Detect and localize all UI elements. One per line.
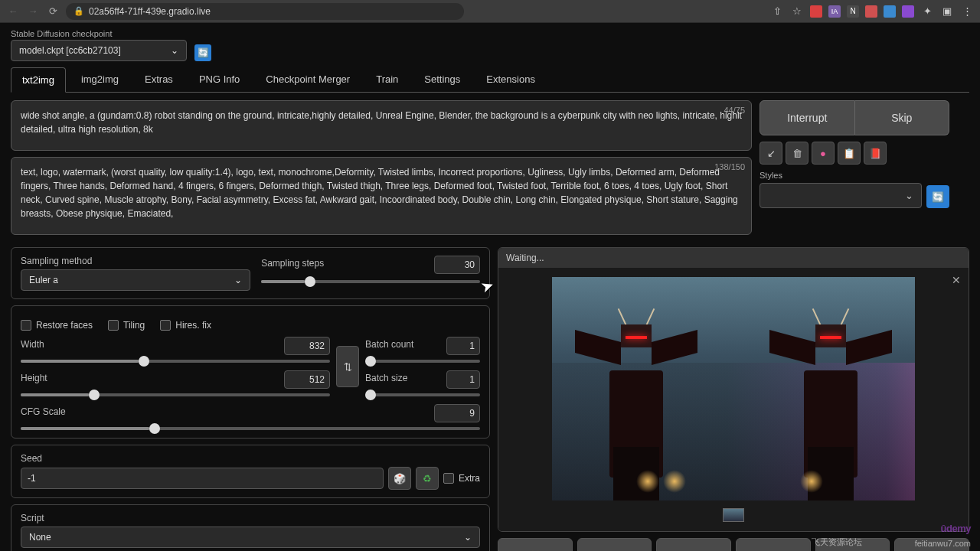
star-icon[interactable]: ☆ [790,5,804,18]
seed-label: Seed [21,453,480,464]
chevron-down-icon: ⌄ [171,45,178,56]
batch-size-slider[interactable] [365,393,480,396]
interrupt-button[interactable]: Interrupt [760,100,855,135]
cfg-label: CFG Scale [21,406,66,417]
extensions-icon[interactable]: ✦ [920,5,934,18]
menu-icon[interactable]: ⋮ [960,5,974,18]
prompt-token-count: 44/75 [724,104,745,117]
checkpoint-value: model.ckpt [cc6cb27103] [19,45,121,56]
open-folder-button[interactable]: 📁 [498,538,573,551]
width-label: Width [21,339,44,350]
batch-size-input[interactable] [446,370,480,389]
share-icon[interactable]: ⇧ [770,5,784,18]
extension-icon[interactable]: N [847,5,859,18]
output-panel: Waiting... ✕ [498,247,969,532]
style-apply-button[interactable]: ● [812,142,835,165]
tab-extensions[interactable]: Extensions [475,67,546,92]
tab-img2img[interactable]: img2img [70,67,129,92]
tab-pnginfo[interactable]: PNG Info [188,67,250,92]
width-input[interactable] [284,337,330,355]
checkpoint-label: Stable Diffusion checkpoint [11,29,187,38]
cfg-slider[interactable] [21,427,480,430]
prompt-text: wide shot angle, a (gundam:0.8) robot st… [21,110,742,135]
restore-faces-checkbox[interactable]: Restore faces [21,320,93,331]
send-extras-button[interactable]: Send to extras [894,538,969,551]
height-slider[interactable] [21,393,330,396]
main-tabs: txt2img img2img Extras PNG Info Checkpoi… [11,67,969,93]
output-image[interactable] [552,277,915,500]
negative-prompt-textarea[interactable]: 138/150 text, logo, watermark, (worst qu… [11,157,752,235]
tabs-icon[interactable]: ▣ [940,5,954,18]
extension-icon[interactable] [865,5,877,18]
extension-icon[interactable] [810,5,822,18]
negative-token-count: 138/150 [714,161,745,174]
tab-checkpoint-merger[interactable]: Checkpoint Merger [255,67,361,92]
sampling-steps-label: Sampling steps [261,258,324,269]
style-save-button[interactable]: 📕 [864,142,887,165]
tab-train[interactable]: Train [365,67,409,92]
seed-extra-checkbox[interactable]: Extra [443,473,480,484]
output-status: Waiting... [498,248,969,268]
arrow-button[interactable]: ↙ [760,142,782,165]
cfg-input[interactable] [434,404,480,422]
seed-reuse-button[interactable]: ♻ [416,467,439,490]
prompt-textarea[interactable]: 44/75 wide shot angle, a (gundam:0.8) ro… [11,100,752,151]
back-icon[interactable]: ← [6,5,20,18]
swap-dimensions-button[interactable]: ⇅ [336,346,359,387]
send-inpaint-button[interactable]: Send to inpaint [815,538,890,551]
browser-toolbar: ← → ⟳ 🔒 02a56ff4-71ff-439e.gradio.live ⇧… [0,0,980,23]
sampling-method-dropdown[interactable]: Euler a ⌄ [21,269,250,291]
clipboard-button[interactable]: 📋 [838,142,861,165]
output-thumbnail[interactable] [723,508,744,522]
chevron-down-icon: ⌄ [464,532,472,543]
url-bar[interactable]: 🔒 02a56ff4-71ff-439e.gradio.live [66,3,464,20]
extension-icon[interactable] [884,5,896,18]
zip-button[interactable]: Zip [656,538,731,551]
hires-fix-checkbox[interactable]: Hires. fix [160,320,211,331]
extension-icon[interactable] [902,5,914,18]
styles-dropdown[interactable]: ⌄ [760,183,922,208]
send-img2img-button[interactable]: Send to img2img [736,538,811,551]
script-dropdown[interactable]: None ⌄ [21,527,480,548]
save-button[interactable]: Save [577,538,652,551]
reload-icon[interactable]: ⟳ [46,5,60,18]
script-value: None [29,532,51,543]
chevron-down-icon: ⌄ [234,275,242,285]
height-input[interactable] [284,370,330,389]
extension-icon[interactable]: IA [828,5,841,18]
styles-refresh-button[interactable]: 🔄 [926,185,949,208]
lock-icon: 🔒 [74,6,84,16]
seed-input[interactable] [21,468,384,489]
close-icon[interactable]: ✕ [952,274,961,286]
skip-button[interactable]: Skip [855,100,950,135]
sampling-method-value: Euler a [29,275,58,285]
script-label: Script [21,513,480,523]
batch-count-slider[interactable] [365,360,480,363]
height-label: Height [21,373,47,383]
styles-label: Styles [760,171,949,180]
batch-count-label: Batch count [365,339,413,350]
batch-size-label: Batch size [365,373,407,383]
sampling-steps-slider[interactable] [261,280,480,283]
url-text: 02a56ff4-71ff-439e.gradio.live [89,6,211,17]
tab-extras[interactable]: Extras [134,67,184,92]
tab-settings[interactable]: Settings [413,67,471,92]
checkpoint-dropdown[interactable]: model.ckpt [cc6cb27103] ⌄ [11,40,187,61]
trash-button[interactable]: 🗑 [786,142,808,165]
chevron-down-icon: ⌄ [905,190,913,201]
negative-prompt-text: text, logo, watermark, (worst quality, l… [21,167,738,219]
sampling-method-label: Sampling method [21,256,250,266]
tab-txt2img[interactable]: txt2img [11,67,66,93]
width-slider[interactable] [21,360,330,363]
tiling-checkbox[interactable]: Tiling [108,320,145,331]
forward-icon[interactable]: → [26,5,40,18]
batch-count-input[interactable] [446,337,480,355]
refresh-checkpoint-button[interactable]: 🔄 [194,44,211,61]
seed-random-button[interactable]: 🎲 [388,467,411,490]
sampling-steps-input[interactable] [434,256,480,274]
